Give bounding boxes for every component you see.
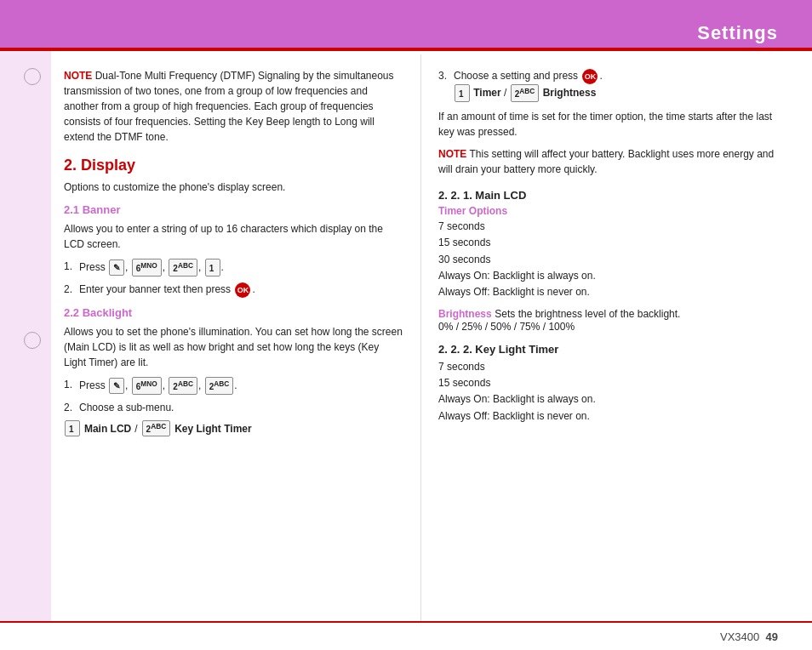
- note-block-dtmf: NOTE Dual-Tone Multi Frequency (DTMF) Si…: [64, 68, 403, 145]
- brightness-label: Brightness: [438, 308, 492, 320]
- note-block-battery: NOTE This setting will affect your batte…: [438, 146, 778, 177]
- brightness-row: Brightness Sets the brightness level of …: [438, 307, 778, 333]
- header-bar: Settings: [0, 0, 812, 51]
- timer-note: If an amount of time is set for the time…: [438, 109, 778, 140]
- key-menu-icon: ✎: [109, 259, 124, 276]
- timer-options-list: 7 seconds 15 seconds 30 seconds Always O…: [438, 219, 778, 300]
- ok-btn-right: OK: [582, 69, 598, 84]
- menu-label-2: Key Light Timer: [174, 423, 251, 435]
- page-title: Settings: [697, 22, 778, 44]
- backlight-step-1: 1. Press ✎, 6MNO, 2ABC, 2ABC.: [64, 377, 403, 395]
- backlight-step2-text: Choose a sub-menu.: [79, 402, 174, 413]
- timer-option-2: 15 seconds: [438, 235, 778, 251]
- menu-slash: /: [134, 423, 137, 435]
- subsection-2-1: 2.1 Banner: [64, 203, 403, 216]
- key-2abc-bl2: 2ABC: [205, 377, 234, 395]
- banner-step-1: 1. Press ✎, 6MNO, 2ABC, 1​ .: [64, 259, 403, 277]
- banner-step1-num: 1.: [64, 259, 79, 274]
- timer-options-label: Timer Options: [438, 205, 778, 217]
- left-accent-bar: [0, 0, 51, 650]
- page-number: VX3400 49: [720, 630, 778, 643]
- section-title: Display: [81, 157, 135, 174]
- step3-content: Choose a setting and press OK. 1​ Timer …: [454, 68, 778, 102]
- note2-text: This setting will affect your battery. B…: [438, 148, 774, 175]
- section-2-heading: 2. Display: [64, 157, 403, 174]
- banner-step2-text: Enter your banner text then press: [79, 283, 231, 295]
- main-content: NOTE Dual-Tone Multi Frequency (DTMF) Si…: [55, 54, 795, 621]
- key-6mno: 6MNO: [132, 259, 162, 277]
- step3-text: Choose a setting and press: [454, 70, 578, 82]
- key-light-option-2: 15 seconds: [438, 375, 778, 391]
- step3-timer-label: Timer: [473, 87, 500, 99]
- menu-key-2: 2ABC: [142, 420, 171, 436]
- key-light-option-3: Always On: Backlight is always on.: [438, 391, 778, 408]
- left-column: NOTE Dual-Tone Multi Frequency (DTMF) Si…: [55, 54, 421, 621]
- brightness-values: 0% / 25% / 50% / 75% / 100%: [438, 321, 575, 333]
- section-2-desc: Options to customize the phone's display…: [64, 180, 403, 195]
- step3-num: 3.: [438, 68, 454, 83]
- step3-brightness-label: Brightness: [543, 87, 597, 99]
- key-2abc-1: 2ABC: [169, 259, 197, 277]
- banner-step-2: 2. Enter your banner text then press OK.: [64, 282, 403, 298]
- timer-option-1: 7 seconds: [438, 219, 778, 235]
- timer-option-4: Always On: Backlight is always on.: [438, 268, 778, 284]
- backlight-step1-content: Press ✎, 6MNO, 2ABC, 2ABC.: [79, 377, 403, 395]
- subsection-2-2: 2.2 Backlight: [64, 306, 403, 319]
- step3-key1: 1​: [455, 84, 470, 102]
- note-text: Dual-Tone Multi Frequency (DTMF) Signali…: [64, 70, 394, 143]
- menu-key-1: 1​: [65, 420, 80, 436]
- section-number: 2.: [64, 157, 77, 174]
- menu-path: 1​ Main LCD / 2ABC Key Light Timer: [64, 420, 403, 436]
- step3-key2: 2ABC: [511, 84, 540, 102]
- backlight-desc: Allows you to set the phone's illuminati…: [64, 324, 403, 370]
- backlight-step2-content: Choose a sub-menu.: [79, 400, 403, 415]
- ok-button-icon: OK: [235, 282, 250, 298]
- key-1: 1​: [205, 259, 220, 277]
- right-column: 3. Choose a setting and press OK. 1​ Tim…: [421, 54, 795, 621]
- key-menu-icon-2: ✎: [109, 378, 124, 394]
- key-6mno-2: 6MNO: [132, 377, 162, 395]
- menu-label-1: Main LCD: [84, 423, 131, 435]
- backlight-step1-num: 1.: [64, 377, 79, 392]
- right-step-3: 3. Choose a setting and press OK. 1​ Tim…: [438, 68, 778, 102]
- backlight-step2-num: 2.: [64, 400, 79, 415]
- key-2abc-bl: 2ABC: [169, 377, 197, 395]
- key-light-option-1: 7 seconds: [438, 359, 778, 375]
- key-light-options-list: 7 seconds 15 seconds Always On: Backligh…: [438, 359, 778, 425]
- backlight-step-2: 2. Choose a sub-menu.: [64, 400, 403, 415]
- banner-step2-num: 2.: [64, 282, 79, 297]
- section-2-2-1: 2. 2. 1. Main LCD: [438, 189, 778, 202]
- header-accent-line: [0, 48, 812, 51]
- note-label: NOTE: [64, 70, 92, 82]
- banner-step1-content: Press ✎, 6MNO, 2ABC, 1​ .: [79, 259, 403, 277]
- banner-step2-content: Enter your banner text then press OK.: [79, 282, 403, 298]
- timer-option-3: 30 seconds: [438, 252, 778, 268]
- banner-desc: Allows you to enter a string of up to 16…: [64, 221, 403, 252]
- note2-label: NOTE: [438, 148, 466, 160]
- timer-option-5: Always Off: Backlight is never on.: [438, 284, 778, 300]
- section-2-2-2: 2. 2. 2. Key Light Timer: [438, 343, 778, 356]
- bottom-bar: VX3400 49: [0, 621, 812, 650]
- brightness-desc: Sets the brightness level of the backlig…: [495, 308, 680, 320]
- key-light-option-4: Always Off: Backlight is never on.: [438, 408, 778, 425]
